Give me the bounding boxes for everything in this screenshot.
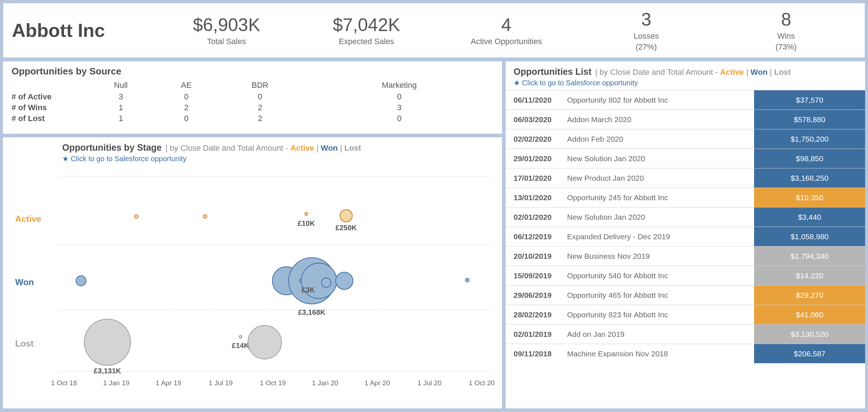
kpi-sublabel: (73%) [716,42,856,52]
kpi-label: Losses [576,31,716,41]
bubble-active[interactable] [340,209,353,222]
list-item[interactable]: 09/11/2018Machine Expansion Nov 2018$206… [506,344,865,363]
bubble-label: £14K [232,342,249,350]
legend-active[interactable]: Active [720,68,744,77]
cell-value: 0 [305,91,493,102]
opp-name: Expanded Delivery - Dec 2019 [567,232,753,241]
cell-value: 2 [215,113,305,124]
legend-lost[interactable]: Lost [774,68,791,77]
list-item[interactable]: 28/02/2019Opportunity 823 for Abbott Inc… [506,305,865,324]
list-item[interactable]: 06/03/2020Addon March 2020$578,880 [506,110,865,129]
bubble-won[interactable] [335,272,353,290]
row-label-active: Active [15,214,41,224]
col-header: BDR [215,79,305,91]
x-axis-tick: 1 Jul 20 [417,379,442,387]
opp-date: 17/01/2020 [506,174,567,183]
opp-name: Opportunity 823 for Abbott Inc [567,310,753,319]
cell-value: 2 [215,102,305,113]
opp-name: Addon March 2020 [567,115,753,124]
list-item[interactable]: 06/12/2019Expanded Delivery - Dec 2019$1… [506,227,865,246]
bubble-label: £3K [302,286,315,294]
list-item[interactable]: 29/01/2020New Solution Jan 2020$98,850 [506,149,865,168]
kpi-value: $7,042K [297,14,437,35]
cell-value: 1 [84,113,158,124]
list-item[interactable]: 20/10/2019New Business Nov 2019$1,794,34… [506,246,865,266]
kpi-label: Total Sales [157,37,297,46]
opp-name: Opportunity 802 for Abbott Inc [567,96,753,104]
opp-date: 29/01/2020 [506,154,567,163]
opp-name: Opportunity 540 for Abbott Inc [567,271,753,280]
list-item[interactable]: 17/01/2020New Product Jan 2020$3,168,250 [506,168,865,188]
table-row: # of Active3000 [12,91,493,102]
kpi-value: 8 [716,9,856,30]
go-to-salesforce-hint[interactable]: ★ Click to go to Salesforce opportunity [514,78,857,87]
col-header: AE [158,79,215,91]
opp-name: Add on Jan 2019 [567,330,753,339]
bubble-chart[interactable]: Active Won Lost £10K £250K [12,165,493,389]
legend-won[interactable]: Won [321,143,338,153]
panel-title: Opportunities by Source [12,66,493,77]
opp-date: 02/02/2020 [506,135,567,143]
star-icon: ★ [62,155,69,163]
cell-value: 3 [305,102,493,113]
bubble-active[interactable] [134,214,139,219]
bubble-won[interactable] [321,278,331,288]
cell-value: 0 [215,91,305,102]
legend-active[interactable]: Active [290,143,314,153]
panel-subtitle: | by Close Date and Total Amount - Activ… [595,68,791,77]
list-item[interactable]: 29/06/2019Opportunity 465 for Abbott Inc… [506,285,865,305]
x-axis-tick: 1 Oct 20 [469,379,495,387]
bubble-lost[interactable] [84,319,131,366]
opps-list-panel: Opportunities List | by Close Date and T… [506,61,865,408]
bubble-lost[interactable] [239,335,242,339]
cell-value: 3 [84,91,158,102]
legend-lost[interactable]: Lost [344,143,361,153]
kpi-value: 3 [576,9,716,30]
x-axis-tick: 1 Apr 19 [156,379,181,387]
bubble-active[interactable] [305,212,308,216]
x-axis-tick: 1 Oct 18 [51,379,77,387]
list-item[interactable]: 02/02/2020Addon Feb 2020$1,750,200 [506,129,865,149]
kpi-label: Wins [716,31,856,41]
bubble-label: £10K [298,219,315,228]
legend-won[interactable]: Won [750,68,767,77]
opp-amount: $3,130,520 [753,325,865,344]
opp-name: New Solution Jan 2020 [567,154,753,163]
opp-date: 06/11/2020 [506,96,567,104]
opp-name: Machine Expansion Nov 2018 [567,349,753,358]
kpi-wins: 8 Wins (73%) [716,9,856,52]
source-table: Null AE BDR Marketing # of Active3000# o… [12,79,493,124]
kpi-total-sales: $6,903K Total Sales [157,14,297,46]
opp-amount: $14,220 [753,266,865,285]
kpi-label: Expected Sales [297,37,437,46]
kpi-value: $6,903K [157,14,297,35]
bubble-active[interactable] [203,214,207,219]
x-axis-tick: 1 Jul 19 [209,379,233,387]
opp-name: Opportunity 465 for Abbott Inc [567,291,753,300]
bubble-won[interactable] [465,278,469,282]
opp-name: New Solution Jan 2020 [567,213,753,222]
cell-value: 0 [158,113,215,124]
row-label: # of Wins [12,102,84,113]
go-to-salesforce-hint[interactable]: ★ Click to go to Salesforce opportunity [62,154,493,163]
row-label-won: Won [15,277,34,287]
bubble-lost[interactable] [248,325,282,360]
list-item[interactable]: 15/09/2019Opportunity 540 for Abbott Inc… [506,266,865,285]
kpi-expected-sales: $7,042K Expected Sales [297,14,437,46]
opp-amount: $1,794,340 [753,246,865,266]
opp-amount: $29,270 [753,286,865,305]
kpi-active-opps: 4 Active Opportunities [437,14,576,46]
panel-title: Opportunities by Stage [62,142,162,153]
panel-subtitle: | by Close Date and Total Amount - Activ… [165,143,361,153]
bubble-won[interactable] [76,275,86,286]
list-item[interactable]: 13/01/2020Opportunity 245 for Abbott Inc… [506,188,865,207]
cell-value: 1 [84,102,158,113]
opp-date: 28/02/2019 [506,310,567,319]
list-item[interactable]: 02/01/2019Add on Jan 2019$3,130,520 [506,324,865,344]
list-item[interactable]: 02/01/2020New Solution Jan 2020$3,440 [506,207,865,227]
opp-name: Addon Feb 2020 [567,135,753,143]
opp-name: New Product Jan 2020 [567,174,753,183]
list-item[interactable]: 06/11/2020Opportunity 802 for Abbott Inc… [506,90,865,110]
opp-amount: $98,850 [753,149,865,168]
opp-amount: $1,750,200 [753,129,865,149]
